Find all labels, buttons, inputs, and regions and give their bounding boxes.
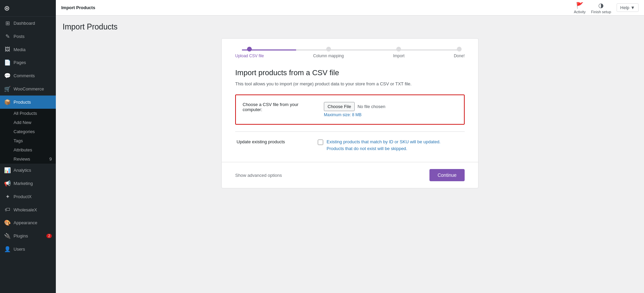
sidebar-item-label: WooCommerce — [14, 86, 44, 91]
no-file-text: No file chosen — [357, 104, 385, 109]
topbar-right: 🚩 Activity ◑ Finish setup Help ▼ — [574, 2, 639, 14]
sidebar-item-comments[interactable]: 💬 Comments — [0, 69, 56, 82]
media-icon: 🖼 — [4, 46, 11, 53]
sidebar-item-label: Dashboard — [14, 21, 35, 26]
sidebar-item-users[interactable]: 👤 Users — [0, 243, 56, 256]
topbar: Import Products 🚩 Activity ◑ Finish setu… — [56, 0, 644, 16]
woocommerce-icon: 🛒 — [4, 86, 11, 92]
activity-button[interactable]: 🚩 Activity — [574, 2, 586, 14]
sidebar-item-dashboard[interactable]: ⊞ Dashboard — [0, 17, 56, 30]
sidebar-item-label: ProductX — [14, 194, 31, 199]
sidebar-item-label: Appearance — [14, 220, 37, 225]
import-description: This tool allows you to import (or merge… — [235, 81, 465, 86]
step-label-done: Done! — [454, 54, 465, 58]
step-done: Done! — [454, 47, 465, 58]
marketing-icon: 📢 — [4, 180, 11, 187]
update-checkbox[interactable] — [318, 140, 323, 145]
continue-button[interactable]: Continue — [429, 169, 465, 181]
appearance-icon: 🎨 — [4, 219, 11, 226]
page-title: Import Products — [63, 22, 637, 32]
step-dot-done — [457, 47, 462, 51]
sidebar-logo: ⊛ — [0, 0, 56, 17]
step-label-mapping: Column mapping — [313, 54, 344, 58]
show-advanced-button[interactable]: Show advanced options — [235, 173, 282, 178]
sidebar-item-label: Products — [14, 100, 31, 105]
section-divider — [235, 131, 465, 132]
max-size-text: Maximum size: 8 MB — [324, 112, 385, 117]
sidebar-item-label: WholesaleX — [14, 207, 37, 212]
step-dot-mapping — [326, 47, 331, 51]
step-label-upload: Upload CSV file — [235, 54, 264, 58]
update-label: Update existing products — [237, 139, 311, 144]
steps-bar: Upload CSV file Column mapping Import Do… — [222, 39, 478, 58]
plugins-icon: 🔌 — [4, 233, 11, 239]
activity-icon: 🚩 — [576, 2, 583, 9]
products-submenu: All Products Add New Categories Tags Att… — [0, 109, 56, 164]
sidebar-item-label: Pages — [14, 60, 26, 65]
import-body: Import products from a CSV file This too… — [222, 58, 478, 162]
sidebar-item-woocommerce[interactable]: 🛒 WooCommerce — [0, 82, 56, 96]
import-heading: Import products from a CSV file — [235, 68, 465, 77]
step-import: Import — [393, 47, 404, 58]
products-icon: 📦 — [4, 99, 11, 105]
activity-label: Activity — [574, 10, 586, 14]
wholesalex-icon: 🏷 — [4, 207, 11, 213]
step-dot-upload — [247, 47, 252, 51]
sidebar-subitem-reviews[interactable]: Reviews 9 — [0, 154, 56, 164]
finish-setup-icon: ◑ — [598, 2, 604, 9]
update-right: Existing products that match by ID or SK… — [318, 139, 441, 152]
file-input-group: Choose File No file chosen Maximum size:… — [324, 102, 385, 117]
update-row: Update existing products Existing produc… — [235, 139, 465, 152]
sidebar-item-productx[interactable]: ✦ ProductX — [0, 190, 56, 203]
sidebar-subitem-add-new[interactable]: Add New — [0, 118, 56, 127]
sidebar-subitem-all-products[interactable]: All Products — [0, 109, 56, 118]
topbar-title: Import Products — [61, 5, 95, 10]
plugins-badge: 2 — [46, 234, 52, 238]
step-dot-import — [396, 47, 401, 51]
posts-icon: ✎ — [4, 33, 11, 40]
update-desc: Existing products that match by ID or SK… — [327, 139, 441, 152]
comments-icon: 💬 — [4, 72, 11, 79]
sidebar-item-wholesalex[interactable]: 🏷 WholesaleX — [0, 203, 56, 216]
import-footer: Show advanced options Continue — [222, 162, 478, 188]
sidebar-item-media[interactable]: 🖼 Media — [0, 43, 56, 56]
productx-icon: ✦ — [4, 193, 11, 200]
sidebar-subitem-attributes[interactable]: Attributes — [0, 145, 56, 154]
help-button[interactable]: Help ▼ — [617, 3, 639, 12]
sidebar-item-label: Media — [14, 47, 25, 52]
sidebar-item-label: Analytics — [14, 168, 31, 173]
pages-icon: 📄 — [4, 59, 11, 66]
sidebar-item-appearance[interactable]: 🎨 Appearance — [0, 216, 56, 229]
sidebar-item-label: Users — [14, 247, 25, 252]
sidebar-item-plugins[interactable]: 🔌 Plugins 2 — [0, 229, 56, 243]
step-mapping: Column mapping — [313, 47, 344, 58]
finish-setup-label: Finish setup — [591, 10, 611, 14]
wp-logo-icon: ⊛ — [4, 4, 10, 12]
dashboard-icon: ⊞ — [4, 20, 11, 26]
page-content: Import Products Upload CSV file Column m… — [56, 16, 644, 293]
sidebar-subitem-categories[interactable]: Categories — [0, 127, 56, 136]
reviews-badge: 9 — [49, 156, 52, 162]
file-label: Choose a CSV file from your computer: — [243, 102, 317, 112]
sidebar-item-label: Comments — [14, 73, 35, 78]
sidebar-item-marketing[interactable]: 📢 Marketing — [0, 177, 56, 190]
finish-setup-button[interactable]: ◑ Finish setup — [591, 2, 611, 14]
sidebar-item-label: Plugins — [14, 233, 28, 238]
import-card: Upload CSV file Column mapping Import Do… — [221, 38, 479, 188]
analytics-icon: 📊 — [4, 167, 11, 173]
file-input-row: Choose File No file chosen — [324, 102, 385, 111]
sidebar-item-label: Posts — [14, 34, 25, 39]
users-icon: 👤 — [4, 246, 11, 252]
sidebar-item-posts[interactable]: ✎ Posts — [0, 30, 56, 43]
sidebar-item-analytics[interactable]: 📊 Analytics — [0, 164, 56, 177]
choose-file-button[interactable]: Choose File — [324, 102, 355, 111]
main-content: Import Products 🚩 Activity ◑ Finish setu… — [56, 0, 644, 293]
sidebar-item-products[interactable]: 📦 Products — [0, 96, 56, 109]
step-upload: Upload CSV file — [235, 47, 264, 58]
sidebar-item-pages[interactable]: 📄 Pages — [0, 56, 56, 69]
sidebar: ⊛ ⊞ Dashboard ✎ Posts 🖼 Media 📄 Pages 💬 … — [0, 0, 56, 293]
steps-list: Upload CSV file Column mapping Import Do… — [235, 47, 465, 58]
step-label-import: Import — [393, 54, 404, 58]
file-row: Choose a CSV file from your computer: Ch… — [243, 102, 457, 117]
sidebar-subitem-tags[interactable]: Tags — [0, 136, 56, 145]
